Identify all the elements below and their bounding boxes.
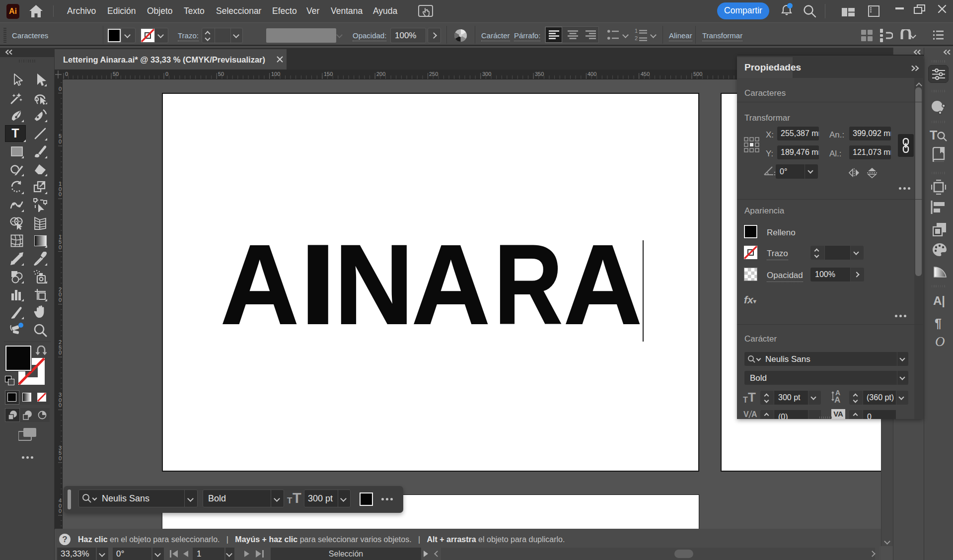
svg-text:0: 0 — [59, 244, 62, 250]
svg-text:0: 0 — [59, 350, 62, 355]
svg-text:0: 0 — [59, 139, 62, 144]
svg-text:200: 200 — [376, 71, 385, 77]
svg-text:A: A — [751, 410, 757, 419]
svg-text:150: 150 — [324, 71, 333, 77]
svg-text:300: 300 — [482, 71, 491, 77]
svg-text:0: 0 — [59, 86, 62, 92]
svg-text:0: 0 — [59, 191, 62, 197]
svg-text:2: 2 — [635, 35, 638, 41]
svg-text:50: 50 — [113, 71, 119, 77]
svg-text:100: 100 — [271, 71, 280, 77]
svg-text:V: V — [743, 410, 749, 419]
svg-text:50: 50 — [218, 71, 224, 77]
svg-text:400: 400 — [587, 71, 596, 77]
svg-text:A: A — [834, 395, 840, 404]
svg-text:450: 450 — [641, 71, 650, 77]
svg-text:500: 500 — [693, 71, 702, 77]
svg-text:0: 0 — [65, 71, 68, 77]
svg-text:350: 350 — [535, 71, 544, 77]
svg-text:0: 0 — [59, 402, 62, 408]
svg-text:0: 0 — [165, 71, 168, 77]
svg-text:250: 250 — [429, 71, 438, 77]
svg-text:1: 1 — [635, 28, 638, 34]
svg-text:0: 0 — [59, 297, 62, 303]
svg-text:0: 0 — [59, 508, 62, 514]
svg-text:0: 0 — [59, 455, 62, 461]
